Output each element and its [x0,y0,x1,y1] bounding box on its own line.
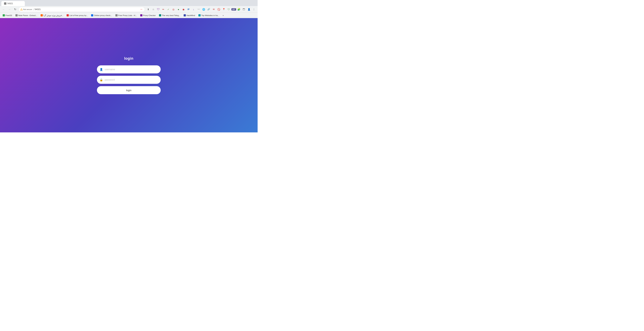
star-icon: ☆ [152,8,154,11]
down-arrow-icon: ↓ [193,8,194,11]
username-input-wrap: 👤 [97,65,161,73]
onlineproxy-label: Online proxy check... [94,14,112,16]
ext-icon-10[interactable]: 🌐 [201,7,206,12]
reload-icon: ↻ [14,8,16,11]
svg-text:!: ! [21,9,22,10]
monitor-icon: ◉ [182,8,184,11]
ip-icon: IP [188,8,189,10]
forward-button[interactable]: → [7,7,12,12]
tab-favicon [4,2,6,5]
ext-badge: 207 [232,8,236,10]
bookmark-farsi[interactable]: فروش ویژه موش گرا... [39,14,64,17]
more-bookmarks-icon: » [222,14,224,16]
bookmark-noteparse[interactable]: Note Parse - Extract... [14,14,38,17]
login-button[interactable]: login [97,86,161,94]
password-input-wrap: 🔒 [97,76,161,84]
ext-icon-2[interactable]: ✏ [161,7,166,12]
ext-icon-7[interactable]: IP [186,7,191,12]
bookmark-hackmind[interactable]: HackMind [182,14,196,17]
proxychecker-favicon [140,14,142,16]
reload-button[interactable]: ↻ [13,7,18,12]
map-icon: 📍 [222,8,225,11]
freeproxy-favicon [66,14,69,16]
noteparse-favicon [16,14,18,16]
edit-icon: ✏ [162,8,164,11]
share-icon: ⬆ [147,8,149,11]
bookmark-telegram[interactable]: The very best Teleg... [158,14,182,17]
bookmark-proxychecker[interactable]: Proxy Checker [139,14,157,17]
bookmark-freeproxy[interactable]: List of free proxy by... [65,14,89,17]
mail-icon: ✉ [213,8,215,10]
link-icon: 🔗 [207,8,210,10]
menu-btn[interactable]: ⋮ [252,7,256,12]
ext-icon-3[interactable]: ✓ [166,7,171,12]
login-heading: login [124,56,133,61]
user-icon: 👤 [100,68,103,71]
noteparse-label: Note Parse - Extract... [18,14,37,16]
wave-icon: 〰 [198,8,200,10]
freess-favicon [3,14,5,16]
bookmark-proxylists[interactable]: Free Proxy Lists - H... [114,14,138,17]
globe-icon: 🌐 [202,8,205,11]
username-input[interactable] [105,68,158,71]
tab-bar: 54321 [0,0,258,6]
address-input[interactable] [34,8,139,10]
browser-frame: 54321 ← → ↻ ! Not secure | ← [0,0,258,132]
ext-icon-9[interactable]: 〰 [196,7,201,12]
bookmark-freess[interactable]: FreeSS [1,14,14,17]
bookmark-more[interactable]: » [221,14,225,17]
ext-icon-5[interactable]: ● [176,7,181,12]
back-icon: ← [2,8,5,11]
shield2-icon: 🛡 [228,8,230,11]
window-icon: 🗔 [243,8,245,11]
ext-icon-12[interactable]: ✉ [211,7,216,12]
more-icon: ⋮ [253,8,255,11]
puzzle-icon: 🧩 [237,8,240,11]
farsi-label: فروش ویژه موش گرا... [44,14,63,16]
share-button[interactable]: ⬆ [146,7,150,12]
ext-icon-6[interactable]: ◉ [181,7,186,12]
ext-icon-11[interactable]: 🔗 [206,7,211,12]
topwebsites-favicon [198,14,200,16]
address-bar: ! Not secure | ← [18,7,145,12]
ext-icon-15[interactable]: 🛡 [226,7,231,12]
lock-icon: 🔒 [100,78,103,81]
active-tab[interactable]: 54321 [1,1,25,6]
forward-icon: → [8,8,11,11]
proxylists-label: Free Proxy Lists - H... [118,14,137,16]
back-button[interactable]: ← [1,7,6,12]
onlineproxy-favicon [91,14,93,16]
ext-badge-btn[interactable]: 207 [232,7,236,12]
freeproxy-label: List of free proxy by... [70,14,88,16]
puzzle-icon-btn[interactable]: 🧩 [236,7,241,12]
shield-icon: 🛡 [157,8,160,11]
check-icon: ✓ [167,8,170,11]
target-icon: ◎ [172,8,174,11]
telegram-label: The very best Teleg... [162,14,180,16]
ext-icon-8[interactable]: ↓ [191,7,196,12]
login-form: 👤 🔒 login [97,65,161,94]
hackmind-favicon [184,14,186,16]
nav-bar: ← → ↻ ! Not secure | ← ⬆ ☆ [0,6,258,13]
ext-icon-14[interactable]: 📍 [221,7,226,12]
profile-btn[interactable]: 👤 [246,7,251,12]
proxychecker-label: Proxy Checker [143,14,156,16]
bookmark-star-button[interactable]: ☆ [151,7,156,12]
red-arrow-icon: ← [140,7,143,11]
block-icon: 🚫 [217,8,220,11]
bookmark-onlineproxy[interactable]: Online proxy check... [90,14,113,17]
proxylists-favicon [116,14,118,16]
bookmark-topwebsites[interactable]: Top Websites in Ira... [197,14,220,17]
ext-icon-13[interactable]: 🚫 [216,7,221,12]
bookmarks-bar: FreeSS Note Parse - Extract... فروش ویژه… [0,13,258,18]
freess-label: FreeSS [6,14,12,16]
farsi-favicon [40,14,43,16]
ext-icon-4[interactable]: ◎ [171,7,176,12]
nav-icons-group: ⬆ ☆ 🛡 ✏ ✓ ◎ ● ◉ [146,7,256,12]
password-input[interactable] [105,78,158,81]
window-icon-btn[interactable]: 🗔 [242,7,246,12]
profile-icon: 👤 [248,8,250,11]
topwebsites-label: Top Websites in Ira... [201,14,219,16]
telegram-favicon [159,14,161,16]
ext-icon-1[interactable]: 🛡 [156,7,161,12]
